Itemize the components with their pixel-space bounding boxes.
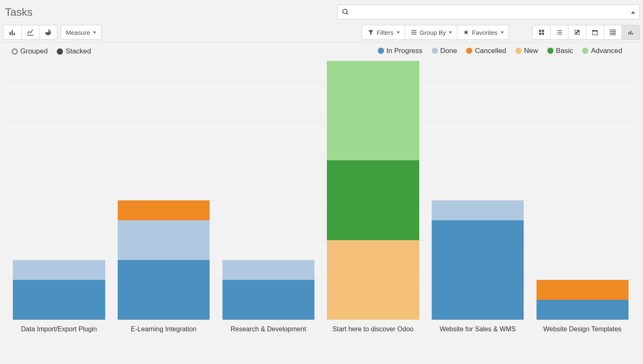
legend-label: Advanced	[591, 47, 622, 55]
graph-view-button[interactable]	[622, 25, 640, 40]
bar-segment[interactable]	[537, 300, 628, 320]
svg-rect-2	[10, 32, 11, 35]
kanban-view-button[interactable]	[532, 25, 551, 40]
legend-item[interactable]: In Progress	[378, 47, 423, 55]
svg-point-0	[343, 9, 347, 14]
search-icon	[342, 8, 349, 16]
x-axis-label: Research & Development	[216, 325, 321, 333]
bar-segment[interactable]	[327, 61, 419, 160]
pie-chart-icon	[44, 29, 52, 36]
chevron-down-icon	[93, 31, 96, 34]
stack-mode-grouped[interactable]: Grouped	[12, 47, 48, 55]
form-view-button[interactable]	[568, 25, 586, 40]
bar-slot	[425, 61, 530, 320]
bar-segment[interactable]	[222, 260, 314, 280]
svg-rect-4	[14, 33, 15, 35]
chevron-down-icon	[396, 31, 400, 34]
bar-segment[interactable]	[13, 280, 105, 320]
legend-dot-icon	[547, 48, 554, 54]
search-box[interactable]	[337, 5, 640, 19]
bar-segment[interactable]	[432, 200, 524, 220]
x-axis-label: E-Learning Integration	[111, 325, 216, 333]
filters-label: Filters	[377, 29, 394, 36]
stacked-label: Stacked	[65, 47, 91, 55]
legend-item[interactable]: Advanced	[582, 47, 622, 55]
svg-rect-29	[630, 31, 631, 35]
svg-rect-30	[632, 33, 633, 35]
svg-rect-11	[542, 33, 544, 35]
legend-label: Cancelled	[475, 47, 506, 55]
filter-icon	[367, 29, 375, 36]
legend-item[interactable]: New	[515, 47, 538, 55]
stacked-bar[interactable]	[118, 200, 210, 320]
search-input[interactable]	[353, 9, 631, 16]
bar-slot	[530, 61, 635, 320]
stacked-bar[interactable]	[13, 260, 105, 320]
list-view-icon	[556, 29, 563, 36]
bar-segment[interactable]	[118, 260, 210, 320]
pie-chart-button[interactable]	[39, 25, 57, 40]
view-switcher	[532, 25, 640, 40]
stacked-bar[interactable]	[222, 260, 314, 320]
bar-slot	[321, 61, 425, 320]
svg-rect-13	[558, 30, 562, 31]
stacked-bar[interactable]	[537, 280, 628, 320]
svg-rect-10	[539, 33, 541, 35]
groupby-button[interactable]: Group By	[405, 25, 457, 40]
page-title: Tasks	[3, 6, 32, 19]
search-caret-icon[interactable]	[631, 9, 635, 15]
chevron-down-icon	[500, 31, 504, 34]
legend-label: In Progress	[387, 47, 423, 55]
svg-line-1	[346, 13, 348, 14]
bar-chart-button[interactable]	[3, 25, 22, 40]
svg-rect-20	[592, 31, 597, 32]
svg-rect-8	[539, 30, 541, 32]
legend-item[interactable]: Basic	[547, 47, 573, 55]
table-icon	[609, 29, 616, 36]
pivot-view-button[interactable]	[604, 25, 622, 40]
bar-slot	[7, 61, 111, 320]
line-chart-button[interactable]	[22, 25, 39, 40]
legend-label: Done	[440, 47, 457, 55]
bar-segment[interactable]	[537, 280, 628, 300]
bar-segment[interactable]	[118, 220, 210, 260]
favorites-button[interactable]: Favorites	[457, 25, 509, 40]
legend-item[interactable]: Done	[432, 47, 457, 55]
bar-segment[interactable]	[222, 280, 314, 320]
stacked-bar[interactable]	[327, 61, 419, 320]
bar-segment[interactable]	[327, 160, 419, 240]
svg-rect-9	[542, 30, 544, 32]
bar-segment[interactable]	[327, 240, 419, 320]
measure-button[interactable]: Measure	[60, 25, 102, 40]
svg-rect-28	[628, 32, 630, 34]
chevron-down-icon	[449, 31, 452, 34]
legend-dot-icon	[378, 48, 384, 54]
calendar-icon	[591, 29, 599, 36]
legend-label: New	[524, 47, 538, 55]
calendar-view-button[interactable]	[586, 25, 604, 40]
stack-mode-stacked[interactable]: Stacked	[57, 47, 91, 55]
filter-group: Filters Group By Favorites	[362, 25, 509, 40]
svg-rect-12	[557, 30, 558, 31]
bar-segment[interactable]	[432, 220, 524, 320]
filters-button[interactable]: Filters	[362, 25, 405, 40]
bar-segment[interactable]	[13, 260, 105, 280]
chart-type-group	[3, 25, 57, 40]
x-axis-label: Website Design Templates	[530, 325, 635, 333]
radio-filled-icon	[57, 48, 63, 55]
bar-chart-icon	[9, 29, 16, 36]
stacked-bar[interactable]	[432, 200, 524, 320]
measure-label: Measure	[66, 29, 90, 36]
bar-segment[interactable]	[118, 200, 210, 220]
svg-rect-14	[557, 32, 558, 33]
legend-item[interactable]: Cancelled	[466, 47, 506, 55]
svg-rect-15	[558, 32, 562, 33]
svg-rect-3	[12, 30, 13, 35]
legend-dot-icon	[582, 48, 588, 54]
x-axis-label: Website for Sales & WMS	[425, 325, 530, 333]
bar-slot	[111, 61, 216, 320]
bar-slot	[216, 61, 321, 320]
star-icon	[462, 29, 470, 36]
favorites-label: Favorites	[472, 29, 498, 36]
list-view-button[interactable]	[551, 25, 568, 40]
